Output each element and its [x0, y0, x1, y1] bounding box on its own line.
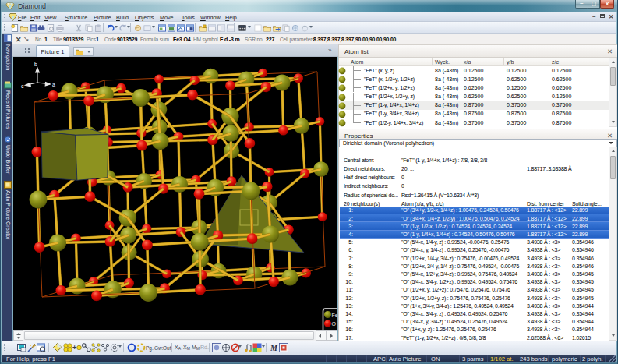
svg-text:c: c — [21, 83, 24, 89]
svg-text:O: O — [332, 321, 337, 327]
svg-text:M: M — [270, 344, 278, 352]
svg-text:+: + — [72, 344, 76, 352]
svg-text:Fe: Fe — [332, 313, 338, 318]
svg-text:a: a — [52, 82, 55, 87]
svg-text:b: b — [34, 62, 37, 67]
